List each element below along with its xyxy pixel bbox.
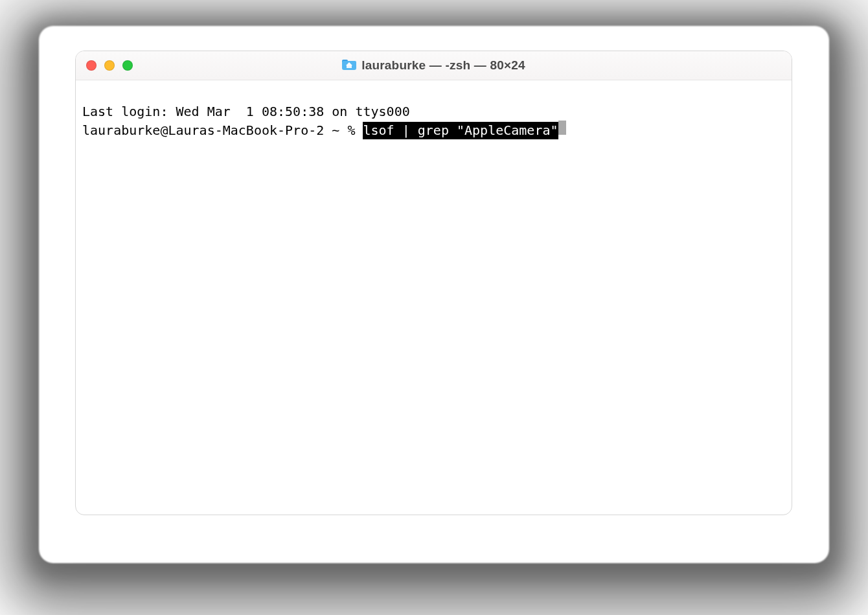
terminal-window: lauraburke — -zsh — 80×24 Last login: We…	[75, 51, 792, 515]
zoom-icon[interactable]	[122, 60, 133, 71]
window-title: lauraburke — -zsh — 80×24	[76, 58, 792, 73]
window-controls	[86, 60, 133, 71]
titlebar[interactable]: lauraburke — -zsh — 80×24	[76, 51, 792, 80]
window-title-text: lauraburke — -zsh — 80×24	[361, 58, 525, 73]
minimize-icon[interactable]	[104, 60, 115, 71]
close-icon[interactable]	[86, 60, 97, 71]
last-login-line: Last login: Wed Mar 1 08:50:38 on ttys00…	[82, 103, 785, 121]
shell-prompt: lauraburke@Lauras-MacBook-Pro-2 ~ %	[82, 122, 363, 139]
home-folder-icon	[342, 60, 356, 71]
terminal-body[interactable]: Last login: Wed Mar 1 08:50:38 on ttys00…	[76, 80, 792, 181]
prompt-line[interactable]: lauraburke@Lauras-MacBook-Pro-2 ~ % lsof…	[82, 121, 785, 139]
cursor-icon	[558, 121, 566, 135]
command-input[interactable]: lsof | grep "AppleCamera"	[363, 122, 558, 139]
